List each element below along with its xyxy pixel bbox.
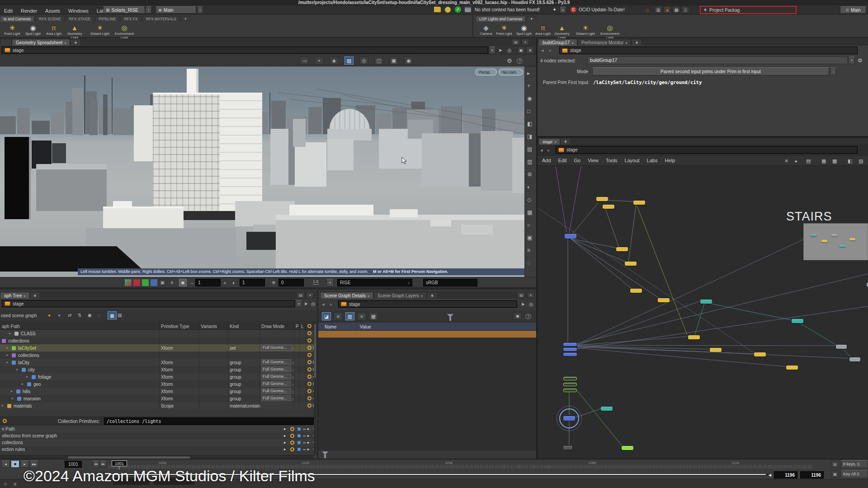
shelf-tool-area-light[interactable]: πArea Light <box>43 24 64 36</box>
desktop-spinner-1[interactable] <box>146 6 151 14</box>
sgd-new-tab[interactable] <box>427 292 438 299</box>
range-start-field[interactable]: 1196 <box>774 471 797 479</box>
path-dropdown[interactable] <box>489 47 495 54</box>
secure-selection-icon[interactable]: ◎ <box>359 56 368 65</box>
power-icon[interactable] <box>307 375 311 379</box>
sgt-path-dropdown[interactable] <box>296 300 302 307</box>
select-icon[interactable]: ◅ <box>300 56 309 65</box>
net-menu-go[interactable]: Go <box>574 158 581 163</box>
orange-filter-icon[interactable]: ● <box>48 313 51 318</box>
range-handle[interactable]: ◂ <box>769 472 771 478</box>
network-node[interactable] <box>658 298 670 302</box>
sgt-col-2[interactable]: Variants <box>201 324 217 329</box>
desktop-tab-main[interactable]: ◉ Main <box>156 6 196 14</box>
network-node[interactable] <box>836 345 847 349</box>
tree-row-laCity[interactable]: ▸laCityXformgroupFull Geome... <box>0 359 316 366</box>
net-menu-add[interactable]: Add <box>542 158 551 163</box>
network-node[interactable] <box>601 407 613 411</box>
expander-icon[interactable]: ▸ <box>26 375 28 379</box>
draw-mode-dropdown[interactable]: Full Geome... <box>261 345 291 351</box>
viewport-3d[interactable]: Persp No cam Left mouse tumbles. Middle … <box>0 66 524 277</box>
draw-mode-dropdown[interactable]: Full Geome... <box>261 366 291 372</box>
sgt-col-0[interactable]: aph Path <box>2 324 20 329</box>
shelf-tab-0[interactable]: ts and Cameras <box>0 16 34 22</box>
network-node[interactable] <box>633 201 645 205</box>
tab-scene-graph-tree[interactable]: aph Tree <box>0 292 30 299</box>
tab-buildgroup17[interactable]: buildGroup17 <box>538 39 577 46</box>
collection-row[interactable]: collections▸▸≋ <box>0 439 316 446</box>
prev-frame-icon[interactable]: ◂◂ <box>93 461 99 467</box>
shelf-tab-3[interactable]: PIPELINE <box>95 16 119 22</box>
circle-icon[interactable]: ○ <box>527 222 530 228</box>
tab-scene-graph-layers[interactable]: Scene Graph Layers <box>373 292 427 299</box>
current-frame-flag[interactable]: 1001 <box>112 460 127 466</box>
network-node[interactable] <box>754 352 766 357</box>
selected-node-dropdown[interactable] <box>849 56 855 64</box>
pane-new-tab[interactable] <box>70 39 81 46</box>
cols-icon[interactable]: ▥ <box>527 159 532 164</box>
gear-icon[interactable]: ⚙ <box>527 172 532 177</box>
display-gray-icon[interactable]: ▩ <box>159 279 166 286</box>
power-icon[interactable] <box>307 360 311 364</box>
display-red-icon[interactable] <box>125 279 132 286</box>
contrast-field[interactable]: 1 <box>240 279 265 286</box>
expander-icon[interactable]: ▸ <box>9 332 11 335</box>
list-view-icon[interactable]: ≡ <box>334 312 343 320</box>
range-end-field[interactable]: 1196 <box>800 471 824 479</box>
power-icon[interactable] <box>307 382 311 386</box>
sgd-path-field[interactable]: stage <box>338 300 517 308</box>
power-icon[interactable] <box>290 441 294 445</box>
cursor-icon-2[interactable]: ▸ <box>307 434 310 438</box>
edit-icon[interactable]: ▨ <box>118 313 122 318</box>
expander-icon[interactable]: ▸ <box>6 353 8 357</box>
pane-icon[interactable]: ◧ <box>848 159 852 164</box>
translate-icon[interactable]: + <box>315 56 324 65</box>
shelf-new-tab[interactable] <box>527 16 536 22</box>
clock-icon[interactable]: ○ <box>4 481 7 487</box>
expander-icon[interactable]: ▸ <box>22 382 24 386</box>
half-left-icon[interactable]: ◧ <box>527 121 532 127</box>
expander-icon[interactable]: ▸ <box>16 368 18 371</box>
gamma15-icon[interactable]: 1.5 <box>313 280 319 285</box>
viewport-help-icon[interactable] <box>517 58 523 63</box>
network-backdrop[interactable] <box>803 223 868 260</box>
tree-row-city[interactable]: ▸cityXformgroupFull Geome... <box>0 366 316 373</box>
sgt-view-mode[interactable]: osed scene graph <box>1 313 37 318</box>
shelf-tab-4[interactable]: RFX FX <box>120 16 141 22</box>
pane-split-icon[interactable]: ▣ <box>517 47 525 54</box>
shot-context-dropdown[interactable] <box>560 7 566 13</box>
colorspace-field[interactable]: sRGB <box>423 279 477 286</box>
pane-dropdown-icon[interactable] <box>522 39 529 45</box>
tree-row-hills[interactable]: ▸hillsXformgroupFull Geome... <box>0 388 316 395</box>
collection-row[interactable]: n Path▸▸≋ <box>0 426 316 432</box>
rows-view-icon[interactable]: ≡ <box>357 312 366 320</box>
param-new-tab[interactable] <box>631 39 642 46</box>
network-node[interactable] <box>792 319 803 323</box>
network-graph[interactable]: STAIRS <box>538 166 868 460</box>
next-frame-icon[interactable]: ▸▸ <box>100 461 106 467</box>
sort-icon[interactable]: ⇅ <box>78 313 81 318</box>
power-icon[interactable] <box>307 338 311 343</box>
color-palette-icon[interactable]: ▨ <box>859 159 863 164</box>
power-icon[interactable] <box>307 367 311 371</box>
network-node[interactable] <box>688 335 700 339</box>
network-node[interactable] <box>603 205 614 209</box>
sgt-col-4[interactable]: Draw Mode <box>261 324 284 329</box>
network-node[interactable] <box>849 238 855 240</box>
box-select-icon[interactable]: □ <box>527 108 530 114</box>
display-blue-icon[interactable] <box>151 279 157 286</box>
cursor-icon[interactable]: ▸ <box>795 159 798 164</box>
move-tool-icon[interactable]: + <box>527 83 530 89</box>
sgd-pin-icon[interactable]: ➤ <box>521 302 525 307</box>
network-node[interactable] <box>625 262 637 266</box>
network-node[interactable] <box>563 446 572 450</box>
select-object-icon[interactable]: ◉ <box>527 96 532 101</box>
lut-dropdown-icon[interactable] <box>326 279 334 286</box>
sgd-bottom-funnel-icon[interactable] <box>322 451 328 455</box>
pane-mini-tab[interactable] <box>0 39 12 46</box>
tree-view-icon[interactable]: ◪ <box>322 312 331 320</box>
network-node[interactable] <box>563 389 577 392</box>
sgt-new-tab[interactable] <box>30 292 41 299</box>
exposure-plus-icon[interactable]: + <box>223 281 226 286</box>
sgt-link-icon[interactable]: ◎ <box>311 301 316 306</box>
